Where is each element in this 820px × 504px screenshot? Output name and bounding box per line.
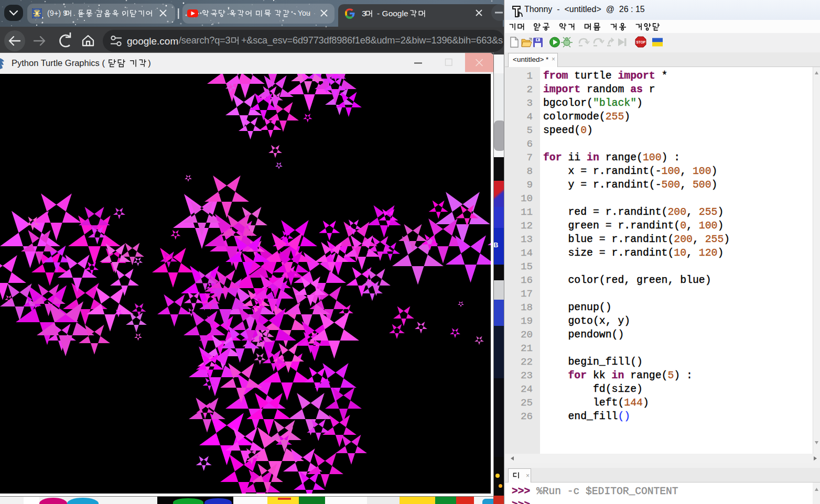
svg-text:Python Turtle Graphics (: Python Turtle Graphics (: [12, 58, 105, 68]
svg-text:STOP: STOP: [636, 40, 646, 44]
svg-text:- You: - You: [291, 9, 310, 17]
svg-text:/search?q=3: /search?q=3: [179, 35, 230, 46]
svg-text:.: .: [73, 9, 78, 17]
svg-text:+&sca_esv=6d9773df8986f1e8&udm: +&sca_esv=6d9773df8986f1e8&udm=2&biw=139…: [241, 35, 503, 46]
svg-text:): ): [148, 58, 151, 68]
svg-text:×: ×: [526, 472, 530, 479]
svg-text:google.com: google.com: [127, 36, 178, 47]
svg-text:3: 3: [362, 9, 366, 18]
svg-text:(9+) 9: (9+) 9: [47, 9, 67, 17]
svg-text:- Google: - Google: [375, 9, 411, 18]
